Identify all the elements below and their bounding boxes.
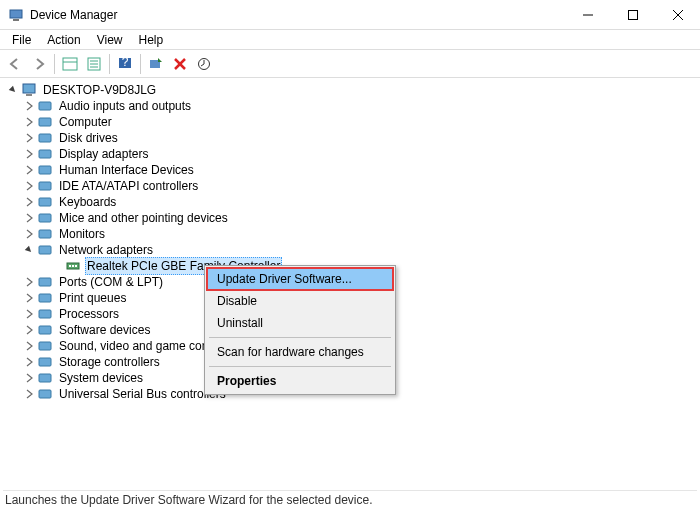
tree-category-label: Computer — [57, 114, 114, 130]
tree-category-label: System devices — [57, 370, 145, 386]
chevron-right-icon[interactable] — [22, 179, 36, 193]
show-hidden-button[interactable] — [59, 53, 81, 75]
chevron-right-icon[interactable] — [22, 131, 36, 145]
chevron-right-icon[interactable] — [22, 195, 36, 209]
context-menu-item[interactable]: Update Driver Software... — [207, 268, 393, 290]
category-icon — [37, 322, 53, 338]
chevron-down-icon[interactable] — [22, 243, 36, 257]
svg-rect-1 — [13, 19, 19, 21]
tree-category[interactable]: Monitors — [2, 226, 698, 242]
forward-button[interactable] — [28, 53, 50, 75]
svg-rect-44 — [39, 278, 51, 286]
svg-rect-22 — [39, 118, 51, 126]
menu-action[interactable]: Action — [39, 31, 88, 49]
category-icon — [37, 242, 53, 258]
tree-category-label: Network adapters — [57, 242, 155, 258]
properties-button[interactable] — [83, 53, 105, 75]
context-menu-item[interactable]: Scan for hardware changes — [207, 341, 393, 363]
uninstall-button[interactable] — [169, 53, 191, 75]
tree-category-label: Audio inputs and outputs — [57, 98, 193, 114]
toolbar-separator — [109, 54, 110, 74]
close-button[interactable] — [655, 0, 700, 30]
svg-rect-33 — [41, 200, 44, 204]
tree-category[interactable]: IDE ATA/ATAPI controllers — [2, 178, 698, 194]
category-icon — [37, 210, 53, 226]
tree-category-label: Print queues — [57, 290, 128, 306]
chevron-right-icon[interactable] — [22, 323, 36, 337]
svg-rect-3 — [628, 10, 637, 19]
tree-root[interactable]: DESKTOP-V9D8JLG — [2, 82, 698, 98]
svg-rect-43 — [75, 265, 77, 267]
svg-rect-29 — [41, 168, 44, 172]
menu-help[interactable]: Help — [131, 31, 172, 49]
maximize-button[interactable] — [610, 0, 655, 30]
context-menu-separator — [209, 337, 391, 338]
svg-rect-50 — [39, 326, 51, 334]
back-button[interactable] — [4, 53, 26, 75]
category-icon — [37, 226, 53, 242]
category-icon — [37, 274, 53, 290]
tree-category-label: Keyboards — [57, 194, 118, 210]
menu-view[interactable]: View — [89, 31, 131, 49]
tree-category[interactable]: Disk drives — [2, 130, 698, 146]
chevron-right-icon[interactable] — [22, 147, 36, 161]
svg-rect-58 — [39, 390, 51, 398]
tree-category-label: Software devices — [57, 322, 152, 338]
tree-category[interactable]: Mice and other pointing devices — [2, 210, 698, 226]
svg-rect-28 — [39, 166, 51, 174]
svg-rect-52 — [39, 342, 51, 350]
svg-rect-18 — [23, 84, 35, 93]
chevron-right-icon[interactable] — [22, 307, 36, 321]
chevron-right-icon[interactable] — [22, 275, 36, 289]
svg-text:?: ? — [122, 57, 129, 69]
minimize-button[interactable] — [565, 0, 610, 30]
context-menu-item[interactable]: Uninstall — [207, 312, 393, 334]
svg-rect-26 — [39, 150, 51, 158]
chevron-right-icon[interactable] — [22, 387, 36, 401]
tree-category[interactable]: Network adapters — [2, 242, 698, 258]
tree-category[interactable]: Audio inputs and outputs — [2, 98, 698, 114]
svg-rect-35 — [41, 216, 44, 220]
chevron-right-icon[interactable] — [22, 115, 36, 129]
category-icon — [37, 98, 53, 114]
svg-rect-49 — [41, 312, 44, 316]
tree-category[interactable]: Keyboards — [2, 194, 698, 210]
svg-rect-48 — [39, 310, 51, 318]
svg-rect-32 — [39, 198, 51, 206]
context-menu-separator — [209, 366, 391, 367]
menu-file[interactable]: File — [4, 31, 39, 49]
chevron-right-icon[interactable] — [22, 371, 36, 385]
context-menu: Update Driver Software...DisableUninstal… — [204, 265, 396, 395]
svg-rect-25 — [41, 136, 44, 140]
svg-rect-37 — [41, 232, 44, 236]
svg-rect-34 — [39, 214, 51, 222]
svg-rect-23 — [41, 120, 44, 124]
svg-rect-36 — [39, 230, 51, 238]
chevron-right-icon[interactable] — [22, 355, 36, 369]
svg-rect-46 — [39, 294, 51, 302]
tree-category[interactable]: Display adapters — [2, 146, 698, 162]
chevron-right-icon[interactable] — [22, 339, 36, 353]
tree-category[interactable]: Human Interface Devices — [2, 162, 698, 178]
svg-rect-19 — [26, 94, 32, 96]
svg-rect-30 — [39, 182, 51, 190]
chevron-right-icon[interactable] — [22, 163, 36, 177]
chevron-right-icon[interactable] — [22, 291, 36, 305]
context-menu-item[interactable]: Properties — [207, 370, 393, 392]
chevron-right-icon[interactable] — [22, 99, 36, 113]
category-icon — [37, 354, 53, 370]
category-icon — [37, 114, 53, 130]
help-button[interactable]: ? — [114, 53, 136, 75]
tree-category-label: Universal Serial Bus controllers — [57, 386, 228, 402]
scan-hardware-button[interactable] — [145, 53, 167, 75]
update-driver-button[interactable] — [193, 53, 215, 75]
tree-category[interactable]: Computer — [2, 114, 698, 130]
svg-rect-51 — [41, 328, 44, 332]
svg-rect-38 — [39, 246, 51, 254]
svg-rect-57 — [41, 376, 44, 380]
chevron-right-icon[interactable] — [22, 227, 36, 241]
computer-icon — [21, 82, 37, 98]
context-menu-item[interactable]: Disable — [207, 290, 393, 312]
category-icon — [37, 130, 53, 146]
chevron-right-icon[interactable] — [22, 211, 36, 225]
